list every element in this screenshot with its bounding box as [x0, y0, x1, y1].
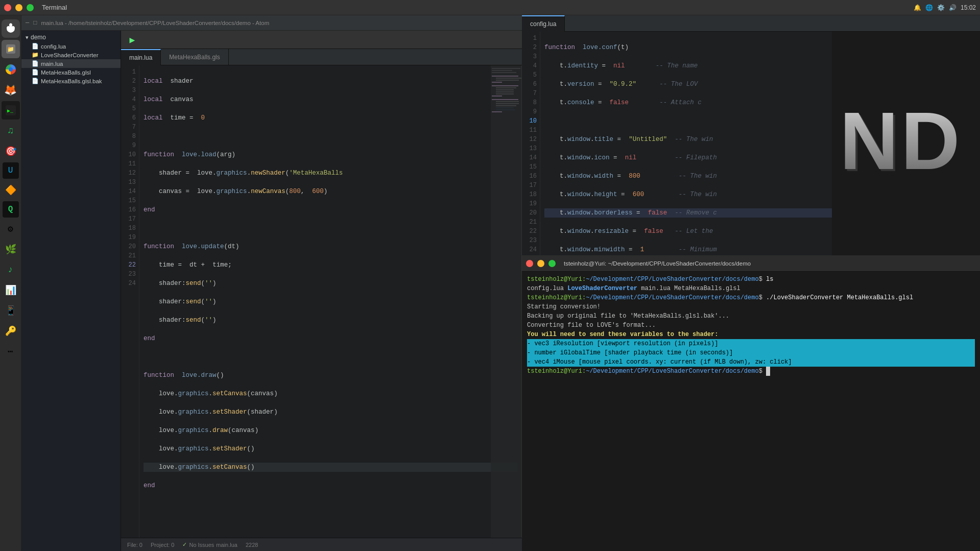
- 3d-logo: N D: [834, 67, 977, 220]
- config-lua-code: function love.conf(t) t.identity = nil -…: [540, 32, 847, 255]
- editor-tabs: main.lua MetaHexaBalls.gls: [121, 49, 522, 65]
- file-label-main: main.lua: [41, 61, 63, 67]
- tab-main-lua[interactable]: main.lua: [121, 49, 161, 65]
- topbar-icon-4[interactable]: 🔊: [949, 4, 957, 11]
- svg-rect-10: [492, 85, 518, 86]
- status-issues-label: No Issues: [189, 542, 214, 548]
- preview-panel: N D: [832, 32, 980, 255]
- svg-rect-6: [492, 76, 518, 77]
- term-line-7: You will need to send these variables to…: [527, 330, 975, 339]
- main-lua-code: local shader local canvas local time = 0…: [139, 65, 521, 538]
- tree-file-main[interactable]: 📄 main.lua: [21, 59, 121, 68]
- main-lua-pane: 1 2 3 4 5 6 7 8 9 10 11: [121, 65, 522, 538]
- topbar-icon-3[interactable]: ⚙️: [937, 4, 945, 11]
- status-filename: main.lua: [216, 542, 237, 548]
- file-label-metahex-bak: MetaHexaBalls.glsl.bak: [41, 78, 102, 84]
- sidebar-icon-chart[interactable]: 📊: [2, 281, 20, 299]
- file-icon-main: 📄: [32, 60, 39, 67]
- sidebar-icon-terminal[interactable]: ▶_: [2, 101, 20, 119]
- tab-config-lua[interactable]: config.lua: [522, 15, 565, 32]
- tree-file-loveshader[interactable]: 📁 LoveShaderConverter: [21, 51, 121, 59]
- tab-meta-label: MetaHexaBalls.gls: [169, 54, 220, 61]
- tab-main-label: main.lua: [129, 54, 152, 61]
- topbar-icon-2[interactable]: 🌐: [925, 4, 933, 11]
- sidebar-icon-apple[interactable]: [2, 19, 20, 38]
- topbar: Terminal 🔔 🌐 ⚙️ 🔊 15:02: [0, 0, 980, 15]
- status-file-label: File: 0: [127, 542, 142, 548]
- svg-rect-7: [496, 78, 521, 79]
- sidebar-icon-q[interactable]: Q: [3, 201, 19, 218]
- tree-file-config[interactable]: 📄 config.lua: [21, 42, 121, 51]
- term-line-3: tsteinholz@Yuri:~/Development/CPP/LoveSh…: [527, 293, 975, 302]
- sidebar-icon-unreal[interactable]: U: [3, 162, 19, 179]
- svg-rect-5: [492, 72, 516, 73]
- maximize-button[interactable]: [27, 4, 34, 11]
- status-bar: File: 0 Project: 0 ✓ No Issues main.lua …: [121, 538, 522, 551]
- sidebar-icon-orange[interactable]: 🔶: [2, 181, 20, 199]
- sidebar-icon-settings[interactable]: ⚙️: [2, 220, 20, 238]
- sidebar-icon-leaf[interactable]: 🌿: [2, 240, 20, 258]
- svg-rect-9: [492, 82, 502, 83]
- svg-rect-12: [496, 89, 514, 90]
- svg-rect-18: [496, 103, 519, 104]
- file-icon-loveshader: 📁: [32, 52, 39, 58]
- sidebar-icon-firefox[interactable]: 🦊: [2, 81, 20, 99]
- tree-file-metahex-bak[interactable]: 📄 MetaHexaBalls.glsl.bak: [21, 77, 121, 85]
- term-line-9: - number iGlobalTime [shader playback ti…: [527, 348, 975, 357]
- folder-label: demo: [31, 34, 46, 41]
- svg-rect-15: [492, 95, 502, 97]
- sidebar-icon-music[interactable]: ♫: [2, 122, 20, 140]
- terminal-body[interactable]: tsteinholz@Yuri:~/Development/CPP/LoveSh…: [522, 272, 980, 551]
- topbar-time: 15:02: [961, 4, 976, 11]
- sidebar-icon-target[interactable]: 🎯: [2, 142, 20, 160]
- run-button[interactable]: ▶: [125, 33, 139, 47]
- tree-folder-demo[interactable]: ▾ demo: [21, 33, 121, 42]
- svg-rect-3: [492, 68, 520, 69]
- svg-text:N: N: [840, 95, 899, 186]
- tab-meta[interactable]: MetaHexaBalls.gls: [161, 49, 228, 65]
- status-lines: 2228: [246, 542, 258, 548]
- term-line-10: - vec4 iMouse [mouse pixel coords. xy: c…: [527, 357, 975, 367]
- atom-body: ▾ demo 📄 config.lua 📁 LoveShaderConverte…: [21, 31, 522, 551]
- tab-config-label: config.lua: [530, 20, 556, 28]
- term-min-btn[interactable]: [537, 260, 544, 267]
- sidebar-icon-lock[interactable]: 🔑: [2, 322, 20, 340]
- tree-file-metahex[interactable]: 📄 MetaHexaBalls.glsl: [21, 68, 121, 77]
- term-prompt-1: tsteinholz@Yuri:: [527, 276, 586, 283]
- sidebar-icon-files[interactable]: 📁: [2, 40, 20, 58]
- atom-expand[interactable]: □: [33, 19, 37, 27]
- sidebar-icon-chrome[interactable]: [2, 60, 20, 79]
- term-line-4: Starting conversion!: [527, 302, 975, 312]
- close-button[interactable]: [4, 4, 11, 11]
- atom-titlebar: — □ main.lua - /home/tsteinholz/Developm…: [21, 15, 522, 31]
- svg-rect-17: [496, 101, 519, 102]
- sidebar-icon-dots[interactable]: ⋯: [2, 342, 20, 361]
- atom-minimize[interactable]: —: [26, 19, 29, 27]
- term-line-6: Converting file to LOVE's format...: [527, 321, 975, 330]
- svg-rect-20: [496, 107, 514, 108]
- terminal-area: tsteinholz@Yuri: ~/Development/CPP/LoveS…: [522, 255, 980, 551]
- left-sidebar: 📁 🦊 ▶_ ♫ 🎯 U 🔶 Q ⚙️ 🌿 ♪ 📊 📱 🔑 ⋯: [0, 15, 21, 551]
- status-issues: ✓ No Issues main.lua: [182, 541, 237, 548]
- svg-rect-19: [496, 105, 516, 106]
- term-close-btn[interactable]: [526, 260, 533, 267]
- config-editor-body: 1 2 3 4 5 6 7 8 9 10 11 12 13 14: [522, 32, 980, 255]
- line-numbers-config: 1 2 3 4 5 6 7 8 9 10 11 12 13 14: [522, 32, 540, 255]
- term-max-btn[interactable]: [548, 260, 556, 267]
- topbar-icon-1[interactable]: 🔔: [914, 4, 921, 11]
- file-label-config: config.lua: [41, 43, 66, 50]
- status-project: Project: 0: [151, 542, 174, 548]
- main-lua-scroll[interactable]: 1 2 3 4 5 6 7 8 9 10 11: [121, 65, 521, 538]
- svg-rect-8: [496, 80, 519, 81]
- sidebar-icon-phone[interactable]: 📱: [2, 301, 20, 320]
- svg-point-0: [9, 23, 12, 27]
- svg-rect-4: [492, 70, 512, 71]
- folder-arrow-icon: ▾: [26, 34, 29, 41]
- sidebar-icon-spotify2[interactable]: ♪: [2, 260, 20, 279]
- svg-rect-11: [496, 87, 516, 88]
- term-line-8: - vec3 iResolution [viewport resolution …: [527, 339, 975, 348]
- minimize-button[interactable]: [15, 4, 22, 11]
- line-numbers-main: 1 2 3 4 5 6 7 8 9 10 11: [121, 65, 139, 538]
- topbar-right: 🔔 🌐 ⚙️ 🔊 15:02: [914, 4, 976, 11]
- file-label-loveshader: LoveShaderConverter: [41, 52, 99, 58]
